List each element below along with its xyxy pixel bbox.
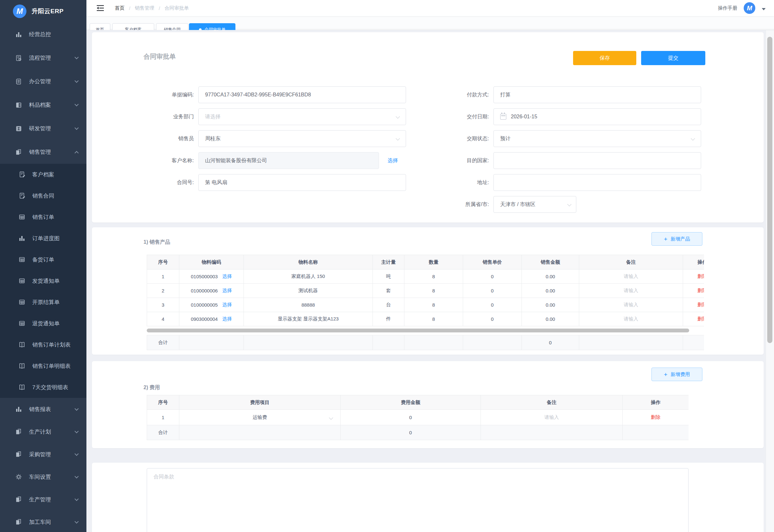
cell-qty[interactable]: 8 [404,270,463,284]
note-input[interactable]: 请输入 [544,414,559,420]
sidebar-item-workshop-settings[interactable]: 车间设置 [0,466,86,488]
sidebar-item-sales-order-detail[interactable]: 销售订单明细表 [0,355,86,377]
table-icon [18,256,26,263]
delivery-status-value: 预计 [500,135,511,142]
avatar[interactable]: M [744,2,755,14]
sidebar-item-7day-delivery-detail[interactable]: 7天交货明细表 [0,377,86,398]
horizontal-scrollbar-thumb[interactable] [147,329,689,332]
cell-no: 1 [147,270,179,284]
chevron-down-icon [74,102,79,106]
sidebar-item-production-plan[interactable]: 生产计划 [0,420,86,443]
sidebar-item-purchase-mgmt[interactable]: 采购管理 [0,443,86,466]
sidebar-item-materials-archive[interactable]: 料品档案 [0,93,86,117]
address-field[interactable] [493,174,701,191]
sidebar-item-invoice-settlement[interactable]: 开票结算单 [0,291,86,313]
delivery-date-picker[interactable]: 2026-01-15 [493,108,701,125]
cell-qty[interactable]: 8 [404,312,463,326]
tab-label: 客户档案 [125,27,142,30]
vertical-scrollbar-thumb[interactable] [767,37,772,343]
sidebar-item-production-mgmt[interactable]: 生产管理 [0,488,86,511]
cell-price[interactable]: 0 [463,298,522,312]
payment-field[interactable] [493,86,701,103]
choose-material-link[interactable]: 选择 [222,302,232,308]
fee-item-select[interactable]: 运输费 [179,414,340,420]
sidebar-item-process-mgmt[interactable]: 流程管理 [0,46,86,70]
sidebar-item-customer-archive[interactable]: 客户档案 [0,164,86,185]
delete-row-link[interactable]: 删除 [651,414,660,420]
save-button[interactable]: 保存 [573,51,636,65]
tab-contract-approval[interactable]: 合同审批单 [189,23,235,30]
cell-unit: 吨 [373,270,404,284]
delete-row-link[interactable]: 删除 [698,288,704,293]
salesman-select[interactable]: 周桂东 [198,130,406,147]
sidebar-item-return-notice[interactable]: 退货通知单 [0,313,86,334]
delivery-status-select[interactable]: 预计 [493,130,701,147]
cell-price[interactable]: 0 [463,284,522,298]
note-input[interactable]: 请输入 [624,316,638,321]
note-input[interactable]: 请输入 [624,288,638,293]
add-fee-button[interactable]: + 新增费用 [651,368,702,381]
submit-button[interactable]: 提交 [641,51,705,65]
choose-material-link[interactable]: 选择 [222,288,232,294]
breadcrumb-home[interactable]: 首页 [115,5,124,11]
cell-code: 0100000006 [191,288,218,293]
breadcrumb: 首页 / 销售管理 / 合同审批单 [115,5,189,11]
cell-price[interactable]: 0 [463,270,522,284]
delete-row-link[interactable]: 删除 [698,273,704,279]
cell-name: 家庭机器人 150 [244,270,373,284]
pages-icon [15,518,23,526]
book-icon [18,362,26,370]
tab-sales-contract[interactable]: 销售合同 [156,23,188,30]
tab-home[interactable]: 首页 [90,23,110,30]
cell-name: 测试机器 [244,284,373,298]
sidebar-collapse-icon[interactable] [96,5,104,12]
sidebar-item-sales-contract[interactable]: 销售合同 [0,185,86,206]
choose-material-link[interactable]: 选择 [222,316,232,322]
dest-country-field[interactable] [493,152,701,169]
dept-select[interactable]: 请选择 [198,108,406,125]
sidebar-item-shipping-notice[interactable]: 发货通知单 [0,270,86,291]
delete-row-link[interactable]: 删除 [698,302,704,307]
cell-fee-amount[interactable]: 0 [341,410,481,425]
tab-customer-archive[interactable]: 客户档案 [112,23,154,30]
sidebar-item-processing-workshop[interactable]: 加工车间 [0,511,86,532]
add-product-button[interactable]: + 新增产品 [651,232,702,246]
sidebar-item-business-dashboard[interactable]: 经营总控 [0,23,86,46]
sidebar-item-sales-order[interactable]: 销售订单 [0,206,86,228]
sidebar-item-rnd-mgmt[interactable]: 研发管理 [0,117,86,140]
doc-no-field[interactable] [198,86,406,103]
note-input[interactable]: 请输入 [624,302,638,307]
customer-value: 山河智能装备股份有限公司 [205,157,267,164]
sidebar-item-stocking-order[interactable]: 备货订单 [0,249,86,270]
cell-amount: 0.00 [522,298,579,312]
note-input[interactable]: 请输入 [624,273,638,279]
fees-table-clip: 序号 费用项目 费用金额 备注 操作 1 运输费 0 请输入 删除 合计 [147,395,689,440]
sidebar-item-sales-report[interactable]: 销售报表 [0,398,86,420]
manual-link[interactable]: 操作手册 [718,5,737,11]
sidebar-item-sales-order-plan[interactable]: 销售订单计划表 [0,334,86,355]
breadcrumb-section[interactable]: 销售管理 [135,5,154,11]
user-menu-caret-icon[interactable] [762,8,766,10]
chevron-down-icon [74,519,79,524]
table-row: 2 0100000006选择 测试机器 套 8 0 0.00 请输入 删除 [147,284,704,298]
vertical-scrollbar[interactable] [766,30,774,532]
cell-amount: 0.00 [522,270,579,284]
sidebar-item-label: 7天交货明细表 [32,384,68,391]
choose-material-link[interactable]: 选择 [222,273,232,280]
pages-icon [15,496,23,503]
sidebar-item-office-mgmt[interactable]: 办公管理 [0,70,86,93]
salesman-value: 周桂东 [205,135,221,142]
sidebar-item-order-progress[interactable]: 订单进度图 [0,228,86,249]
delete-row-link[interactable]: 删除 [698,316,704,321]
customer-choose-link[interactable]: 选择 [388,157,398,164]
horizontal-scrollbar[interactable] [147,328,704,333]
main-content: 合同审批单 保存 提交 单据编码: 业务部门 请选择 销售员 周桂东 [86,30,774,532]
cell-price[interactable]: 0 [463,312,522,326]
contract-terms-textarea[interactable] [147,468,689,532]
sidebar-item-label: 车间设置 [29,473,51,481]
contract-no-field[interactable] [198,174,406,191]
sidebar-item-sales-mgmt[interactable]: 销售管理 [0,140,86,164]
cell-qty[interactable]: 8 [404,298,463,312]
province-select[interactable]: 天津市 / 市辖区 [493,196,576,213]
cell-qty[interactable]: 8 [404,284,463,298]
